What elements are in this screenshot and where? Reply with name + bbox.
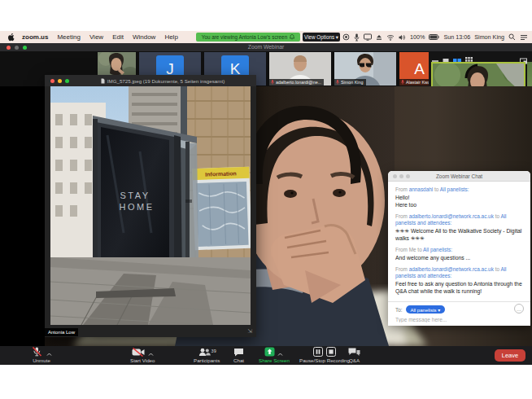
menu-meeting[interactable]: Meeting [57, 33, 80, 41]
chat-message: From adalberto.lonardi@network.rca.ac.uk… [395, 266, 524, 295]
display-icon[interactable] [364, 33, 372, 41]
unmute-button[interactable]: Unmute [31, 348, 52, 363]
share-screen-icon [264, 347, 275, 357]
participants-count: 39 [211, 349, 216, 353]
desktop-screen: zoom.us Meeting View Edit Window Help 10… [0, 0, 532, 399]
video-off-icon [132, 348, 146, 357]
bell-icon[interactable] [290, 34, 294, 41]
chat-label: Chat [233, 357, 244, 363]
apple-logo-icon[interactable] [7, 33, 15, 42]
screen-share-banner: You are viewing Antonia Low's screen [196, 33, 300, 42]
chat-message-body: Feel free to ask any question to Antonia… [395, 280, 524, 295]
participants-label: Participants [194, 357, 220, 363]
chat-message: From Me to All panelists: And welcome an… [395, 247, 524, 261]
start-video-label: Start Video [130, 357, 155, 363]
participant-name-label: Simon King [334, 79, 366, 86]
wifi-icon[interactable] [386, 34, 395, 41]
participants-button[interactable]: 39 Participants [194, 348, 220, 363]
chat-message-body: Hello! Here too [395, 194, 524, 208]
chat-message-meta: From adalberto.lonardi@network.rca.ac.uk… [395, 213, 524, 226]
recipient-selector[interactable]: All panelists ▾ [406, 305, 446, 314]
record-status-icon[interactable] [342, 33, 350, 41]
menu-clock[interactable]: Sun 13:06 [443, 33, 470, 41]
participant-tile-simon[interactable]: Simon King [334, 52, 396, 86]
share-source-label: Antonia Low [45, 328, 78, 336]
record-label: Pause/Stop Recording [299, 357, 350, 363]
chat-message-meta: From Me to All panelists: [395, 247, 524, 253]
close-icon[interactable] [50, 79, 55, 83]
muted-mic-icon [31, 347, 44, 357]
menu-app-name[interactable]: zoom.us [22, 33, 48, 41]
view-options-button[interactable]: View Options ▾ [303, 33, 340, 42]
chat-message-list[interactable]: From annasdahl to All panelists: Hello! … [395, 186, 524, 307]
meeting-toolbar: Unmute Start Video 39 Participants Chat … [0, 346, 532, 365]
share-screen-button[interactable]: Share Screen [259, 348, 290, 363]
menu-username[interactable]: Simon King [474, 33, 504, 41]
svg-text:HOME: HOME [120, 202, 155, 212]
muted-mic-icon [271, 80, 274, 85]
preview-image-window[interactable]: IMG_5725.jpeg (19 Dokumente, 5 Seiten in… [45, 75, 256, 337]
zoom-window-titlebar: Zoom Webinar [0, 43, 532, 51]
minimize-icon[interactable] [58, 79, 62, 83]
participants-icon [198, 348, 211, 357]
notification-center-icon[interactable] [520, 34, 528, 41]
leave-button[interactable]: Leave [495, 349, 525, 362]
chat-title: Zoom Webinar Chat [388, 173, 530, 179]
preview-titlebar[interactable]: IMG_5725.jpeg (19 Dokumente, 5 Seiten in… [45, 75, 256, 86]
menu-help[interactable]: Help [164, 33, 177, 41]
avatar-initial: A [414, 60, 425, 78]
menu-edit[interactable]: Edit [112, 33, 124, 41]
chat-message-meta: From adalberto.lonardi@network.rca.ac.uk… [395, 266, 524, 279]
chat-message-meta: From annasdahl to All panelists: [395, 186, 524, 193]
chat-footer: To: All panelists ▾ ... [388, 301, 530, 326]
battery-percentage: 100% [410, 33, 425, 41]
unmute-label: Unmute [33, 357, 50, 363]
zoom-window-title: Zoom Webinar [0, 44, 532, 50]
leave-label: Leave [502, 352, 518, 359]
svg-text:Information: Information [205, 170, 237, 177]
chat-message-body: And welcome any questions ... [395, 254, 524, 261]
participant-tile-adalberto[interactable]: adalberto.lonardi@ne... [269, 52, 331, 86]
chat-message: From annasdahl to All panelists: Hello! … [395, 186, 524, 208]
svg-text:STAY: STAY [120, 191, 150, 200]
banner-text: You are viewing Antonia Low's screen [202, 34, 287, 40]
chat-header[interactable]: Zoom Webinar Chat [388, 171, 530, 182]
stop-recording-icon[interactable] [326, 347, 336, 357]
qa-button[interactable]: Q&A [348, 348, 360, 363]
zoom-icon[interactable] [65, 79, 69, 83]
search-icon[interactable] [508, 33, 516, 41]
participant-name-label: adalberto.lonardi@ne... [269, 79, 324, 86]
recipient-value: All panelists ▾ [411, 307, 441, 313]
chat-message-body: ✳✳✳ Welcome All to the Walkative Society… [395, 227, 524, 242]
resize-handle[interactable]: ⇲ [247, 328, 252, 335]
qa-icon [348, 348, 360, 357]
chat-panel: Zoom Webinar Chat From annasdahl to All … [388, 171, 530, 326]
share-screen-label: Share Screen [259, 357, 290, 363]
menu-window[interactable]: Window [133, 33, 155, 41]
information-sign: Information [192, 167, 251, 250]
mic-status-icon[interactable] [354, 33, 360, 42]
volume-icon[interactable] [399, 34, 406, 41]
chat-more-button[interactable]: ... [514, 304, 524, 314]
pause-recording-icon[interactable] [313, 347, 323, 357]
eject-icon[interactable] [376, 34, 382, 41]
view-options-label: View Options ▾ [304, 34, 338, 40]
chat-icon [233, 348, 244, 357]
bus-stop-photo: Information STAY HOME wWall [50, 86, 251, 325]
chevron-up-icon[interactable] [148, 352, 154, 357]
document-icon [101, 78, 105, 84]
chat-message: From adalberto.lonardi@network.rca.ac.uk… [395, 213, 524, 242]
muted-mic-icon [401, 80, 404, 85]
pause-stop-recording-button[interactable]: Pause/Stop Recording [299, 348, 350, 363]
chevron-up-icon[interactable] [277, 352, 283, 357]
chevron-up-icon[interactable] [46, 352, 52, 357]
menu-view[interactable]: View [89, 33, 103, 41]
preview-window-title: IMG_5725.jpeg (19 Dokumente, 5 Seiten in… [107, 78, 225, 84]
to-label: To: [395, 307, 403, 313]
muted-mic-icon [336, 80, 339, 85]
qa-label: Q&A [349, 357, 360, 363]
start-video-button[interactable]: Start Video [130, 348, 155, 363]
battery-icon [429, 34, 439, 40]
chat-message-input[interactable] [395, 315, 524, 324]
chat-button[interactable]: Chat [233, 348, 244, 363]
